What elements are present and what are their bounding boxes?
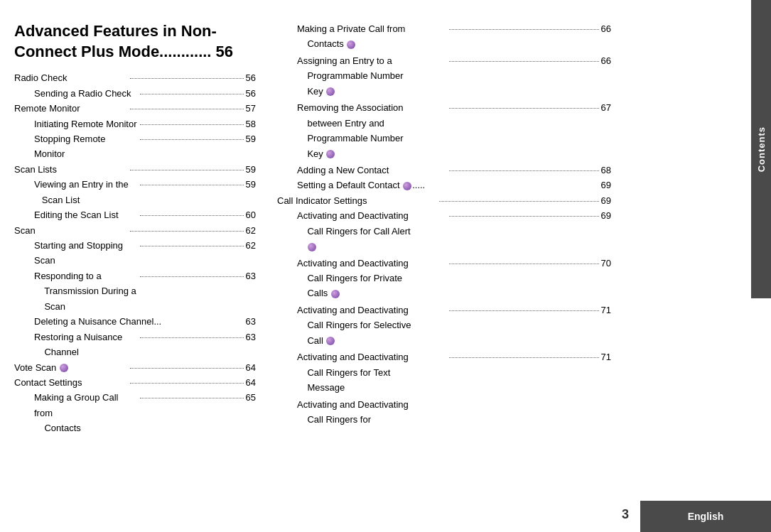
page-num: 57 [246,101,256,116]
dots [449,29,599,30]
list-item: Making a Group Call from Contacts 65 [34,390,256,435]
page-num: 62 [246,223,256,238]
toc-multiline: Responding to a Transmission During a Sc… [34,268,256,314]
content-area: Advanced Features in Non-Connect Plus Mo… [0,0,751,532]
list-item: Activating and Deactivating Call Ringers… [297,208,611,254]
page-num: 56 [246,70,256,85]
list-item: Scan Lists 59 [14,162,256,177]
main-heading: Advanced Features in Non-Connect Plus Mo… [14,21,256,62]
dots [130,170,244,170]
toc-text: Activating and Deactivating Call Ringers… [297,349,447,395]
toc-text: Scan [14,223,128,238]
toc-text: Contact Settings [14,375,128,390]
toc-multiline: Activating and Deactivating Call Ringers… [297,397,611,428]
dots [140,398,244,398]
page-num: 69 [601,193,611,208]
page-num: 59 [246,162,256,177]
list-item: Initiating Remote Monitor 58 [34,116,256,131]
list-item: Activating and Deactivating Call Ringers… [297,303,611,348]
toc-text: Activating and Deactivating Call Ringers… [297,399,409,425]
page-num: 56 [246,86,256,101]
toc-text: Activating and Deactivating Call Ringers… [297,256,447,301]
page-num: 60 [246,207,256,222]
toc-text: Deleting a Nuisance Channel... [34,314,246,329]
contents-sidebar-tab: Contents [751,0,771,298]
toc-text: Activating and Deactivating Call Ringers… [297,208,447,254]
toc-multiline: Removing the Association between Entry a… [297,100,611,161]
page-num: 59 [246,131,256,146]
list-item: Editing the Scan List 60 [34,207,256,222]
left-column: Advanced Features in Non-Connect Plus Mo… [14,14,270,518]
prog-key-icon [326,87,335,96]
list-item: Stopping Remote Monitor 59 [34,131,256,162]
default-contact-icon [403,182,411,190]
toc-text: Adding a New Contact [297,163,447,178]
dots [449,357,599,358]
list-item: Activating and Deactivating Call Ringers… [297,397,611,428]
toc-text: Assigning an Entry to a Programmable Num… [297,53,447,99]
page-num: 68 [601,163,611,178]
toc-text: Remote Monitor [14,101,128,116]
list-item: Restoring a Nuisance Channel 63 [34,330,256,360]
page-num: 64 [246,375,256,390]
dots [130,368,244,369]
page-num: 70 [601,256,611,271]
toc-multiline: Assigning an Entry to a Programmable Num… [297,53,611,99]
list-item: Setting a Default Contact ..... 69 [297,178,611,192]
dots [449,61,599,62]
list-item: Making a Private Call from Contacts 66 [297,21,611,52]
dots [130,383,244,384]
toc-text: Viewing an Entry in the Scan List [34,177,138,207]
toc-multiline: Making a Group Call from Contacts 65 [34,390,256,435]
contents-label: Contents [756,126,767,172]
toc-text: Vote Scan [14,360,128,375]
list-item: Adding a New Contact 68 [297,163,611,178]
toc-text: Removing the Association between Entry a… [297,100,447,161]
toc-text: Restoring a Nuisance Channel [34,330,138,360]
private-calls-icon [331,290,340,298]
private-call-icon [347,40,355,49]
list-item: Remote Monitor 57 [14,101,256,116]
toc-text: Activating and Deactivating Call Ringers… [297,303,447,348]
toc-text: Stopping Remote Monitor [34,131,138,162]
page-num: 66 [601,53,611,68]
list-item: Radio Check 56 [14,70,256,85]
dots [439,201,599,202]
dots [130,78,244,79]
dots [140,215,244,216]
page-num: 69 [601,208,611,223]
page-container: Contents English 3 Advanced Features in … [0,0,771,532]
page-num: 67 [601,100,611,115]
dots [140,94,244,94]
page-num: 62 [246,238,256,253]
language-label: English [688,511,724,522]
dots [449,264,599,264]
toc-text: Making a Group Call from Contacts [34,390,138,435]
toc-text: Setting a Default Contact ..... [297,178,601,192]
dots [130,231,244,232]
toc-multiline: Activating and Deactivating Call Ringers… [297,349,611,395]
toc-multiline: Restoring a Nuisance Channel 63 [34,330,256,360]
dots [140,124,244,125]
toc-text: Scan Lists [14,162,128,177]
toc-text: Starting and Stopping Scan [34,238,138,268]
page-num: 66 [601,21,611,36]
toc-multiline: Making a Private Call from Contacts 66 [297,21,611,52]
toc-multiline: Activating and Deactivating Call Ringers… [297,208,611,254]
dots [140,139,244,140]
toc-multiline: Activating and Deactivating Call Ringers… [297,256,611,301]
list-item: Activating and Deactivating Call Ringers… [297,349,611,395]
page-num: 69 [601,178,611,192]
page-num: 65 [246,390,256,405]
toc-text: Call Indicator Settings [277,193,437,208]
list-item: Contact Settings 64 [14,375,256,390]
remove-assoc-icon [326,150,335,158]
list-item: Viewing an Entry in the Scan List 59 [34,177,256,207]
page-num: 63 [246,268,256,283]
english-bottom-bar: English [640,501,771,532]
toc-text: Making a Private Call from Contacts [297,21,447,52]
dots [449,310,599,311]
list-item: Starting and Stopping Scan 62 [34,238,256,268]
list-item: Scan 62 [14,223,256,238]
page-num: 64 [246,360,256,375]
